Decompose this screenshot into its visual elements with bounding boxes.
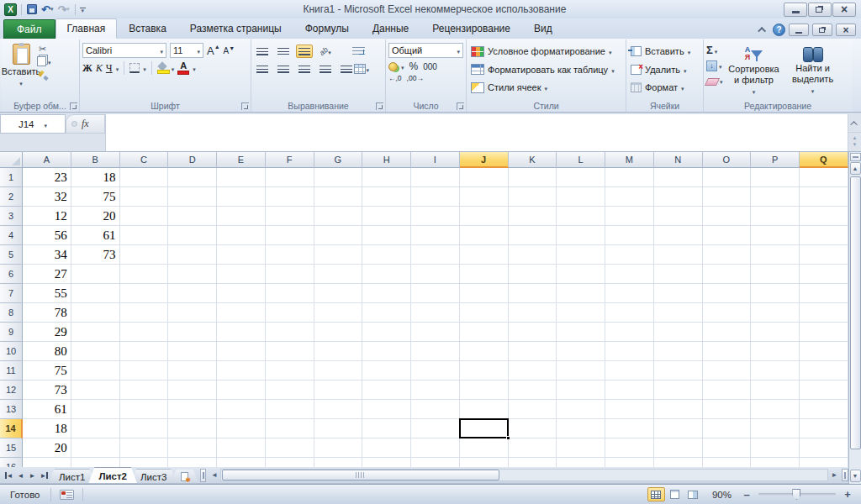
cell-O15[interactable] (703, 438, 752, 458)
cell-O3[interactable] (703, 207, 752, 226)
insert-worksheet-button[interactable] (170, 470, 198, 483)
cell-D13[interactable] (168, 400, 217, 419)
cell-E16[interactable] (217, 458, 266, 467)
insert-cells-button[interactable]: Вставить (631, 43, 699, 60)
cell-L16[interactable] (557, 458, 605, 467)
cell-B9[interactable] (71, 323, 120, 342)
fill-color-dropdown-icon[interactable] (172, 62, 175, 74)
minimize-button[interactable] (784, 3, 807, 17)
workbook-minimize-button[interactable] (789, 24, 809, 36)
tab-Рецензирование[interactable]: Рецензирование (420, 18, 522, 39)
cell-J15[interactable] (460, 438, 509, 458)
cell-G15[interactable] (314, 438, 363, 458)
prev-sheet-button[interactable] (15, 470, 26, 481)
zoom-slider-track[interactable] (758, 493, 836, 496)
cell-E11[interactable] (217, 361, 266, 381)
cell-E5[interactable] (217, 245, 266, 265)
cell-B8[interactable] (71, 303, 120, 323)
borders-dropdown-icon[interactable] (143, 62, 146, 74)
cell-E15[interactable] (217, 438, 266, 458)
cell-H2[interactable] (362, 187, 411, 207)
sheet-tab-Лист3[interactable]: Лист3 (130, 469, 177, 483)
cell-H15[interactable] (362, 438, 411, 458)
cell-L4[interactable] (557, 226, 605, 245)
scroll-right-button[interactable] (828, 469, 841, 481)
cell-K15[interactable] (509, 438, 557, 458)
cell-M11[interactable] (605, 361, 654, 381)
vertical-split-handle[interactable] (850, 153, 861, 161)
cell-N1[interactable] (654, 168, 703, 187)
zoom-level[interactable]: 90% (712, 490, 732, 500)
merge-center-button[interactable] (353, 62, 370, 76)
cell-B10[interactable] (71, 342, 120, 361)
cell-E10[interactable] (217, 342, 266, 361)
cell-M13[interactable] (605, 400, 654, 419)
cell-H14[interactable] (362, 419, 411, 438)
cell-L6[interactable] (557, 265, 605, 284)
cell-Q4[interactable] (800, 226, 848, 245)
cell-G2[interactable] (314, 187, 363, 207)
cell-L1[interactable] (557, 168, 605, 187)
column-header-G[interactable]: G (314, 152, 363, 168)
cell-M1[interactable] (605, 168, 654, 187)
cell-G5[interactable] (314, 245, 363, 265)
cell-F11[interactable] (266, 361, 314, 381)
cell-N4[interactable] (654, 226, 703, 245)
cell-G8[interactable] (314, 303, 363, 323)
cell-N14[interactable] (654, 419, 703, 438)
cell-P14[interactable] (751, 419, 800, 438)
row-header-2[interactable]: 2 (0, 187, 23, 207)
cell-O9[interactable] (703, 323, 752, 342)
bold-button[interactable]: Ж (82, 62, 92, 75)
underline-button[interactable]: Ч (106, 62, 113, 75)
tab-scrollbar-splitter[interactable] (200, 469, 206, 482)
copy-button[interactable] (39, 55, 51, 67)
cell-Q8[interactable] (800, 303, 848, 323)
cell-N3[interactable] (654, 207, 703, 226)
cell-I13[interactable] (411, 400, 460, 419)
cell-I16[interactable] (411, 458, 460, 467)
column-header-N[interactable]: N (654, 152, 703, 168)
cell-A1[interactable]: 23 (23, 168, 71, 187)
cell-D3[interactable] (168, 207, 217, 226)
cell-B4[interactable]: 61 (71, 226, 120, 245)
horizontal-scrollbar[interactable] (208, 468, 848, 482)
cell-K16[interactable] (509, 458, 557, 467)
cell-E13[interactable] (217, 400, 266, 419)
cell-G12[interactable] (314, 381, 363, 400)
cell-G7[interactable] (314, 284, 363, 303)
column-header-E[interactable]: E (217, 152, 266, 168)
cell-I6[interactable] (411, 265, 460, 284)
cell-A16[interactable] (23, 458, 71, 467)
cell-J6[interactable] (460, 265, 509, 284)
vertical-scrollbar-thumb[interactable] (850, 176, 861, 449)
align-bottom-button[interactable] (296, 45, 313, 58)
cell-L3[interactable] (557, 207, 605, 226)
cell-B2[interactable]: 75 (71, 187, 120, 207)
cell-F2[interactable] (266, 187, 314, 207)
decrease-font-button[interactable]: A▼ (224, 46, 235, 55)
cell-B11[interactable] (71, 361, 120, 381)
cell-E7[interactable] (217, 284, 266, 303)
cell-J13[interactable] (460, 400, 509, 419)
tab-Файл[interactable]: Файл (3, 19, 55, 39)
cut-button[interactable] (39, 45, 51, 53)
cell-L7[interactable] (557, 284, 605, 303)
cell-A5[interactable]: 34 (23, 245, 71, 265)
align-top-button[interactable] (254, 45, 271, 58)
column-header-B[interactable]: B (71, 152, 120, 168)
dialog-launcher-icon[interactable] (376, 102, 383, 110)
cell-G4[interactable] (314, 226, 363, 245)
column-header-O[interactable]: O (703, 152, 752, 168)
font-color-dropdown-icon[interactable] (193, 62, 196, 74)
cell-I12[interactable] (411, 381, 460, 400)
cell-F7[interactable] (266, 284, 314, 303)
cell-O16[interactable] (703, 458, 752, 467)
cell-I1[interactable] (411, 168, 460, 187)
page-break-view-button[interactable] (684, 487, 702, 501)
clear-button[interactable] (706, 75, 723, 87)
cell-I11[interactable] (411, 361, 460, 381)
tab-Вид[interactable]: Вид (522, 18, 564, 39)
horizontal-scroll-track[interactable] (220, 469, 828, 481)
cell-B3[interactable]: 20 (71, 207, 120, 226)
